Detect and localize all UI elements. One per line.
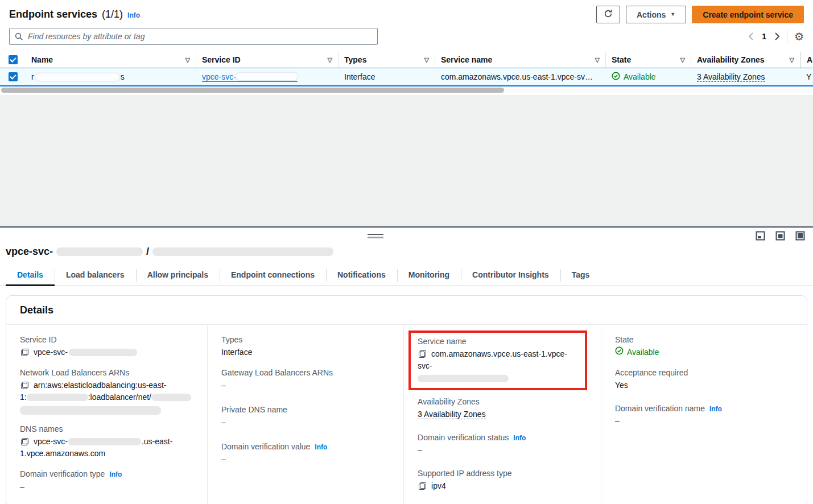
column-label: Availability Zones — [697, 55, 765, 64]
settings-gear-icon[interactable]: ⚙ — [794, 31, 804, 42]
copy-icon[interactable] — [419, 482, 426, 490]
tab-endpoint-connections[interactable]: Endpoint connections — [220, 267, 326, 286]
field-label: Service name — [418, 337, 579, 346]
filter-icon[interactable]: ▽ — [786, 56, 794, 64]
field-label: DNS names — [20, 424, 193, 433]
field-domain-verification-status: Domain verification status Info – — [418, 433, 587, 456]
info-link[interactable]: Info — [127, 11, 140, 19]
field-label: Service ID — [20, 335, 193, 344]
tab-contributor-insights[interactable]: Contributor Insights — [461, 267, 560, 286]
row-checkbox[interactable] — [9, 72, 18, 81]
cell-name: r s — [26, 68, 196, 85]
info-link[interactable]: Info — [109, 470, 122, 478]
create-endpoint-service-button[interactable]: Create endpoint service — [692, 6, 804, 23]
field-label: Domain verification status — [418, 433, 509, 442]
select-all-checkbox[interactable] — [9, 55, 18, 64]
field-label: Domain verification type — [20, 469, 105, 478]
field-gateway-lb-arns: Gateway Load Balancers ARNs – — [221, 368, 390, 391]
filter-icon[interactable]: ▽ — [677, 56, 685, 64]
resize-handle-icon[interactable] — [368, 234, 383, 238]
column-label: State — [612, 55, 631, 64]
cell-service-id: vpce-svc- — [196, 68, 339, 85]
field-acceptance-required: Acceptance required Yes — [615, 368, 793, 391]
filter-icon[interactable]: ▽ — [592, 56, 600, 64]
tab-monitoring[interactable]: Monitoring — [397, 267, 461, 286]
tab-load-balancers[interactable]: Load balancers — [55, 267, 136, 286]
copy-icon[interactable] — [21, 382, 28, 389]
search-box — [9, 28, 378, 45]
service-id-link[interactable]: vpce-svc- — [202, 72, 298, 82]
tab-notifications[interactable]: Notifications — [326, 267, 397, 286]
column-header-availability-zones: Availability Zones ▽ — [691, 52, 800, 68]
state-label: Available — [627, 346, 659, 358]
copy-icon[interactable] — [21, 438, 28, 445]
panel-medium-icon[interactable] — [775, 231, 785, 242]
search-input[interactable] — [9, 28, 378, 45]
cell-state: Available — [606, 68, 691, 85]
column-label: Service name — [441, 55, 492, 64]
horizontal-scrollbar — [1, 88, 812, 93]
row-checkbox-cell — [0, 68, 26, 85]
field-label: Types — [221, 335, 390, 344]
tab-allow-principals[interactable]: Allow principals — [136, 267, 220, 286]
field-domain-verification-name: Domain verification name Info – — [615, 404, 793, 427]
details-heading: Details — [6, 296, 807, 325]
caret-down-icon: ▼ — [670, 12, 675, 17]
panel-title-separator: / — [146, 246, 149, 258]
ip-type-value: ipv4 — [431, 481, 446, 490]
filter-icon[interactable]: ▽ — [324, 56, 332, 64]
field-service-id: Service ID vpce-svc- — [20, 335, 193, 358]
page-number[interactable]: 1 — [761, 32, 767, 41]
field-value: – — [221, 379, 390, 391]
field-value: – — [418, 444, 587, 456]
title-group: Endpoint services (1/1) Info — [9, 9, 140, 20]
info-link[interactable]: Info — [709, 405, 722, 413]
name-text: s — [121, 72, 125, 81]
availability-zones-popover-link[interactable]: 3 Availability Zones — [697, 72, 765, 82]
divider — [787, 30, 787, 43]
dns-text: .us-east- — [142, 437, 172, 446]
availability-zones-popover-link[interactable]: 3 Availability Zones — [418, 410, 486, 419]
red-highlight-box: Service name com.amazonaws.vpce.us-east-… — [408, 331, 587, 390]
panel-size-controls — [756, 231, 805, 242]
refresh-button[interactable] — [596, 6, 620, 23]
field-private-dns-name: Private DNS name – — [221, 405, 390, 428]
column-label: Name — [31, 55, 53, 64]
endpoint-services-section: Endpoint services (1/1) Info Actions ▼ C… — [0, 0, 813, 93]
redacted-text — [418, 375, 509, 382]
actions-button[interactable]: Actions ▼ — [626, 6, 686, 23]
tab-details[interactable]: Details — [6, 267, 55, 286]
table-header-row: Name ▽ Service ID ▽ Types ▽ Service name… — [0, 52, 813, 68]
refresh-icon — [604, 9, 613, 20]
column-header-service-name: Service name ▽ — [435, 52, 606, 68]
toolbar: 1 ⚙ — [0, 26, 813, 45]
next-page-button[interactable] — [774, 32, 780, 40]
arn-text: :loadbalancer/net/ — [88, 393, 151, 402]
name-text: r — [31, 72, 34, 81]
field-label: Domain verification name — [615, 404, 705, 413]
table-row[interactable]: r s vpce-svc- Interface com.amazonaws.vp… — [0, 68, 813, 86]
tab-tags[interactable]: Tags — [560, 267, 601, 286]
filter-icon[interactable]: ▽ — [421, 56, 429, 64]
field-label: Acceptance required — [615, 368, 793, 377]
filter-icon[interactable]: ▽ — [182, 56, 190, 64]
info-link[interactable]: Info — [315, 443, 327, 451]
copy-icon[interactable] — [21, 349, 28, 356]
actions-label: Actions — [637, 10, 666, 19]
cell-acceptance-clipped: Y — [800, 68, 813, 85]
details-column-1: Service ID vpce-svc- Network Load Balanc… — [6, 325, 208, 504]
column-header-types: Types ▽ — [339, 52, 435, 68]
service-id-value: vpce-svc- — [34, 348, 68, 357]
state-status: Available — [612, 72, 656, 82]
panel-collapse-icon[interactable] — [756, 231, 765, 242]
background-gap — [0, 95, 813, 226]
column-label: A — [807, 55, 812, 64]
endpoint-services-table: Name ▽ Service ID ▽ Types ▽ Service name… — [0, 52, 813, 86]
copy-icon[interactable] — [419, 350, 426, 358]
previous-page-button[interactable] — [748, 32, 754, 40]
field-domain-verification-type: Domain verification type Info – — [20, 469, 193, 493]
horizontal-scrollbar-thumb[interactable] — [1, 88, 504, 93]
redacted-text — [27, 394, 88, 401]
panel-maximize-icon[interactable] — [795, 231, 805, 242]
info-link[interactable]: Info — [513, 434, 526, 442]
